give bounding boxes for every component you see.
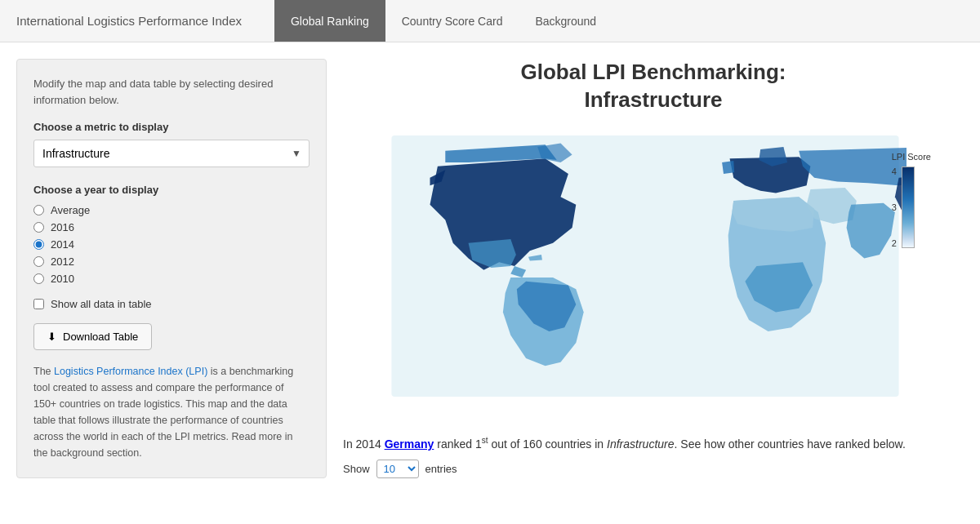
ranking-suffix: st xyxy=(482,436,488,445)
tab-background[interactable]: Background xyxy=(519,0,612,42)
year-label: Choose a year to display xyxy=(33,184,310,196)
year-option-average[interactable]: Average xyxy=(33,204,310,216)
year-label-2010: 2010 xyxy=(51,273,74,285)
show-all-label: Show all data in table xyxy=(51,298,152,310)
world-map: LPI Score 4 3 2 xyxy=(384,135,923,413)
year-radio-average[interactable] xyxy=(33,205,44,215)
entries-label: entries xyxy=(425,463,457,475)
top-navigation: International Logistics Performance Inde… xyxy=(0,0,980,42)
desc-before-link: The xyxy=(33,366,54,377)
year-label-2012: 2012 xyxy=(51,255,74,268)
metric-select[interactable]: LPI Score Customs Infrastructure Interna… xyxy=(33,140,310,167)
download-label: Download Table xyxy=(63,331,138,343)
legend-value-2: 2 xyxy=(892,238,897,248)
year-option-2016[interactable]: 2016 xyxy=(33,221,310,233)
world-map-svg xyxy=(384,135,906,397)
year-label-2014: 2014 xyxy=(51,238,74,251)
legend-value-4: 4 xyxy=(892,167,897,176)
chart-title-line1: Global LPI Benchmarking: xyxy=(520,60,786,84)
show-all-checkbox[interactable] xyxy=(33,299,44,309)
nav-tabs: Global Ranking Country Score Card Backgr… xyxy=(274,0,612,42)
chart-title-line2: Infrastructure xyxy=(584,87,722,112)
year-label-2016: 2016 xyxy=(51,221,74,233)
legend-title: LPI Score xyxy=(892,152,931,162)
ranking-total: 160 xyxy=(523,437,541,451)
show-entries-row: Show 10 25 50 100 entries xyxy=(343,460,964,478)
main-content: Modify the map and data table by selecti… xyxy=(0,42,980,495)
ranking-text: In 2014 Germany ranked 1st out of 160 co… xyxy=(343,434,964,453)
download-icon: ⬇ xyxy=(47,331,56,343)
legend-gradient xyxy=(902,167,915,248)
map-legend: LPI Score 4 3 2 xyxy=(892,152,931,248)
year-option-2012[interactable]: 2012 xyxy=(33,255,310,268)
entries-select[interactable]: 10 25 50 100 xyxy=(376,460,419,478)
year-option-2014[interactable]: 2014 xyxy=(33,238,310,251)
app-title: International Logistics Performance Inde… xyxy=(16,14,242,28)
ranking-rank: 1 xyxy=(475,437,482,451)
ranking-country: Germany xyxy=(385,437,434,451)
chart-title: Global LPI Benchmarking: Infrastructure xyxy=(343,59,964,114)
download-table-button[interactable]: ⬇ Download Table xyxy=(33,323,152,350)
panel-description: Modify the map and data table by selecti… xyxy=(33,76,310,108)
ranking-country-link[interactable]: Germany xyxy=(385,437,434,451)
show-all-checkbox-label[interactable]: Show all data in table xyxy=(33,298,310,310)
ranking-year: 2014 xyxy=(356,437,381,451)
year-radio-group: Average 2016 2014 2012 2010 xyxy=(33,204,310,285)
right-panel: Global LPI Benchmarking: Infrastructure xyxy=(343,59,964,478)
year-radio-2016[interactable] xyxy=(33,222,44,233)
year-radio-2014[interactable] xyxy=(33,239,44,250)
year-option-2010[interactable]: 2010 xyxy=(33,273,310,285)
ranking-metric: Infrastructure xyxy=(607,437,674,451)
map-container: LPI Score 4 3 2 xyxy=(343,122,964,426)
tab-global-ranking[interactable]: Global Ranking xyxy=(274,0,385,42)
lpi-link[interactable]: Logistics Performance Index (LPI) xyxy=(54,366,207,377)
show-label: Show xyxy=(343,463,370,475)
year-label-average: Average xyxy=(51,204,90,216)
metric-label: Choose a metric to display xyxy=(33,121,310,133)
tab-country-score-card[interactable]: Country Score Card xyxy=(385,0,519,42)
desc-after-link: is a benchmarking tool created to assess… xyxy=(33,366,293,459)
year-radio-2010[interactable] xyxy=(33,273,44,284)
lpi-description: The Logistics Performance Index (LPI) is… xyxy=(33,363,310,461)
year-radio-2012[interactable] xyxy=(33,256,44,267)
legend-value-3: 3 xyxy=(892,202,897,212)
metric-select-wrapper: LPI Score Customs Infrastructure Interna… xyxy=(33,140,310,167)
left-panel: Modify the map and data table by selecti… xyxy=(16,59,327,478)
